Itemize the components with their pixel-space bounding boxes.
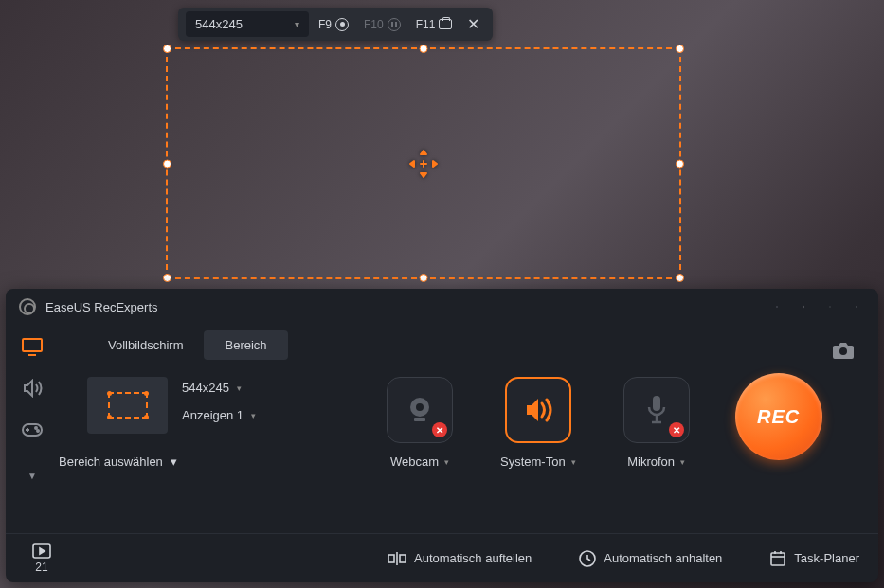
sidebar-item-screen[interactable] [20,336,45,357]
resize-handle-b[interactable] [420,274,428,282]
tab-region[interactable]: Bereich [204,330,287,360]
screenshot-button[interactable] [831,340,857,361]
settings-button[interactable] [768,298,785,315]
resolution-dropdown[interactable]: 544x245 ▾ [186,11,309,37]
display-dropdown[interactable]: Anzeigen 1 ▾ [182,408,305,422]
svg-point-14 [37,430,39,432]
microphone-dropdown[interactable]: Mikrofon ▾ [627,454,685,469]
hotkey-record[interactable]: F9 [313,14,354,35]
svg-rect-24 [388,555,394,562]
auto-stop-button[interactable]: Automatisch anhalten [579,550,722,567]
hotkey-screenshot[interactable]: F11 [410,14,459,35]
titlebar: EaseUS RecExperts [6,289,878,325]
main-panel: EaseUS RecExperts ▼ [6,289,878,582]
close-button[interactable] [848,298,865,315]
tab-fullscreen[interactable]: Vollbildschirm [87,330,204,360]
close-toolbar-button[interactable]: ✕ [461,13,485,35]
recordings-count: 21 [35,561,47,574]
resolution-value: 544x245 [195,17,243,31]
system-audio-dropdown[interactable]: System-Ton ▾ [500,454,576,469]
auto-split-button[interactable]: Automatisch aufteilen [388,551,532,566]
webcam-toggle[interactable]: ✕ [387,377,453,443]
webcam-dropdown[interactable]: Webcam ▾ [390,454,449,469]
chevron-down-icon: ▾ [251,411,256,420]
select-area-dropdown[interactable]: Bereich auswählen ▾ [59,436,305,469]
record-button[interactable]: REC [735,373,822,460]
microphone-toggle[interactable]: ✕ [623,377,690,443]
pause-icon [388,18,401,31]
minimize-button[interactable] [821,298,839,315]
disabled-badge-icon: ✕ [432,422,447,437]
hotkey-pause[interactable]: F10 [358,14,406,35]
sidebar-item-audio[interactable] [20,378,45,399]
svg-rect-25 [400,555,406,562]
chevron-down-icon: ▾ [295,19,299,29]
sidebar-item-game[interactable] [20,419,45,440]
resize-handle-t[interactable] [420,45,428,53]
chevron-down-icon: ▾ [171,454,177,469]
svg-point-17 [416,403,424,411]
area-preview[interactable] [87,377,168,434]
resize-handle-l[interactable] [163,159,171,168]
recordings-button[interactable]: 21 [25,543,59,574]
svg-point-15 [839,347,847,355]
svg-point-13 [35,427,37,429]
resize-handle-r[interactable] [676,159,684,168]
svg-rect-28 [771,553,785,565]
move-handle[interactable] [406,147,441,181]
svg-marker-0 [776,306,777,308]
resize-handle-tr[interactable] [676,45,684,53]
svg-marker-23 [40,548,45,554]
capture-toolbar: 544x245 ▾ F9 F10 F11 ✕ [178,8,493,41]
chevron-down-icon: ▾ [680,457,685,467]
record-icon [335,18,349,31]
task-planner-button[interactable]: Task-Planer [769,550,859,567]
mode-tabs: Vollbildschirm Bereich [87,330,859,360]
svg-rect-18 [414,418,425,421]
selection-rectangle[interactable] [166,47,681,279]
camera-icon [439,19,452,29]
svg-point-1 [777,307,778,308]
chevron-down-icon: ▾ [571,457,576,467]
footer: 21 Automatisch aufteilen Automatisch anh… [6,533,878,582]
svg-rect-8 [23,339,42,351]
resize-handle-tl[interactable] [163,45,171,53]
system-audio-toggle[interactable] [505,377,571,443]
app-logo-icon [19,298,36,315]
disabled-badge-icon: ✕ [669,422,684,437]
area-resolution-dropdown[interactable]: 544x245 ▾ [182,381,305,395]
menu-button[interactable] [795,298,812,315]
sidebar: ▼ [6,325,59,533]
sidebar-expand[interactable]: ▼ [20,465,45,486]
svg-rect-19 [653,396,660,411]
app-title: EaseUS RecExperts [45,300,158,314]
resize-handle-br[interactable] [676,274,684,282]
chevron-down-icon: ▾ [444,457,449,467]
resize-handle-bl[interactable] [163,274,171,282]
chevron-down-icon: ▾ [237,383,242,393]
